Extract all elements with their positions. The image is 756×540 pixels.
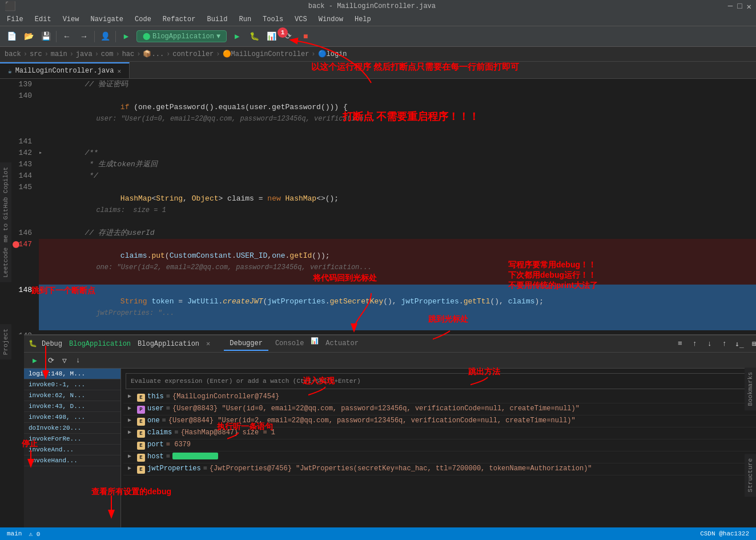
bc-src[interactable]: src: [30, 50, 42, 58]
tab-bar: ☕ MailLoginController.java ✕: [0, 62, 756, 79]
var-expand-jwt[interactable]: ▶: [128, 465, 135, 471]
var-row-claims[interactable]: ▶ E claims = {HashMap@8847} size = 1: [123, 427, 756, 439]
breadcrumb: back › src › main › java › com › hac › 📦…: [0, 47, 756, 62]
code-line-140: 140 if (one.getPassword().equals(user.ge…: [11, 90, 756, 136]
var-row-port[interactable]: ▶ E port = 6379: [123, 439, 756, 451]
stack-frame-3[interactable]: invoke:43, D...: [24, 401, 120, 412]
debug-title-icon: 🐛: [29, 339, 37, 348]
menu-vcs[interactable]: VCS: [290, 14, 312, 25]
menu-refactor[interactable]: Refactor: [158, 14, 200, 25]
menu-bar: File Edit View Navigate Code Refactor Bu…: [0, 13, 756, 26]
debug-tab-debugger[interactable]: Debugger: [224, 337, 268, 351]
bc-controller[interactable]: controller: [172, 50, 214, 58]
vcs-btn[interactable]: 👤: [98, 30, 112, 43]
stack-frame-1[interactable]: invoke0:-1, ...: [24, 379, 120, 390]
var-icon-port: E: [137, 442, 145, 450]
stack-frame-4[interactable]: invoke:498, ...: [24, 412, 120, 423]
sort-btn[interactable]: ↓: [72, 354, 85, 367]
bc-com[interactable]: com: [101, 50, 114, 58]
debug-download-btn[interactable]: ↓: [703, 338, 716, 350]
code-line-147: 147 claims.put(CustomConstant.USER_ID,on…: [11, 239, 756, 285]
debug-stack-panel: login:148, M... invoke0:-1, ... invoke:6…: [24, 369, 121, 540]
bc-back[interactable]: back: [5, 50, 21, 58]
stack-frame-2[interactable]: invoke:62, N...: [24, 390, 120, 401]
run-config-selector[interactable]: ⬤ BlogApplication ▼: [136, 30, 227, 42]
code-line-145: 145 HashMap<String, Object> claims = new…: [11, 182, 756, 227]
title-bar: ⬛ back - MailLoginController.java ─ □ ✕: [0, 0, 756, 13]
menu-run[interactable]: Run: [234, 14, 256, 25]
step-filter-btn[interactable]: ⟳: [45, 354, 57, 367]
sidebar-structure[interactable]: Structure: [745, 454, 756, 497]
run-start-btn[interactable]: ▶: [119, 30, 133, 43]
var-expand-one[interactable]: ▶: [128, 417, 135, 423]
status-csdn: CSDN @hac1322: [700, 530, 749, 537]
sidebar-project[interactable]: Project: [0, 324, 11, 359]
open-btn[interactable]: 📂: [22, 30, 35, 43]
actuator-icon: 📊: [311, 337, 319, 351]
menu-build[interactable]: Build: [202, 14, 232, 25]
var-expand-host[interactable]: ▶: [128, 453, 135, 459]
bc-ellipsis[interactable]: ...: [151, 50, 164, 58]
debug-btn[interactable]: 🐛: [247, 30, 261, 43]
stack-frame-0[interactable]: login:148, M...: [24, 369, 120, 379]
debug-tab-actuator[interactable]: Actuator: [320, 337, 364, 351]
tab-maillogincontroller[interactable]: ☕ MailLoginController.java ✕: [0, 62, 130, 78]
bc-main[interactable]: main: [51, 50, 67, 58]
code-line-146: 146 // 存进去的userId: [11, 227, 756, 239]
host-value-bar: [172, 453, 218, 459]
menu-view[interactable]: View: [58, 14, 84, 25]
menu-file[interactable]: File: [2, 14, 28, 25]
menu-edit[interactable]: Edit: [30, 14, 56, 25]
var-icon-jwt: E: [137, 466, 145, 474]
var-expand-user[interactable]: ▶: [128, 405, 135, 411]
expression-input[interactable]: Evaluate expression (Enter) or add a wat…: [126, 373, 756, 389]
debug-settings-btn[interactable]: ≡: [674, 338, 686, 350]
bc-java[interactable]: java: [76, 50, 93, 58]
forward-btn[interactable]: →: [77, 30, 91, 43]
tab-close-btn[interactable]: ✕: [117, 67, 121, 75]
new-file-btn[interactable]: 📄: [5, 30, 18, 43]
stack-frame-5[interactable]: doInvoke:20...: [24, 423, 120, 434]
minimize-btn[interactable]: ─: [728, 2, 733, 11]
stack-frame-6[interactable]: invokeForRe...: [24, 434, 120, 445]
back-btn[interactable]: ←: [60, 30, 74, 43]
debug-grid-btn[interactable]: ⊞: [748, 338, 756, 350]
code-line-148: 148 → String token = JwtUtil.createJWT(j…: [11, 285, 756, 330]
var-row-host[interactable]: ▶ E host =: [123, 451, 756, 463]
var-row-this[interactable]: ▶ E this = {MailLoginController@7454}: [123, 391, 756, 403]
menu-tools[interactable]: Tools: [258, 14, 288, 25]
var-expand-claims[interactable]: ▶: [128, 429, 135, 435]
debug-tab-console[interactable]: Console: [270, 337, 309, 351]
resume-btn[interactable]: ▶: [29, 354, 41, 367]
code-editor[interactable]: 139 // 验证密码 140 if (one.getPassword().eq…: [0, 79, 756, 334]
var-icon-one: E: [137, 418, 145, 426]
debug-restore-btn[interactable]: ↑: [689, 338, 701, 350]
menu-navigate[interactable]: Navigate: [86, 14, 128, 25]
stop-btn[interactable]: ■: [299, 30, 312, 43]
bc-class[interactable]: MailLoginController: [231, 50, 309, 58]
sidebar-leetcode[interactable]: Leetcode: [0, 243, 11, 282]
code-line-149: 149 System.out.println("token:"+token);: [11, 330, 756, 334]
menu-help[interactable]: Help: [350, 14, 376, 25]
bc-hac[interactable]: hac: [122, 50, 135, 58]
filter-btn[interactable]: ▽: [58, 354, 71, 367]
profile-btn[interactable]: 📊: [264, 30, 278, 43]
run-btn[interactable]: ▶: [230, 30, 244, 43]
var-row-user[interactable]: ▶ P user = {User@8843} "User(id=0, email…: [123, 403, 756, 415]
var-row-one[interactable]: ▶ E one = {User@8844} "User(id=2, email=…: [123, 415, 756, 427]
var-icon-user: P: [137, 406, 145, 414]
close-btn[interactable]: ✕: [747, 2, 751, 11]
stack-frame-7[interactable]: invokeAnd...: [24, 445, 120, 455]
sidebar-bookmarks[interactable]: Bookmarks: [745, 367, 756, 410]
var-row-jwt[interactable]: ▶ E jwtProperties = {JwtProperties@7456}…: [123, 463, 756, 475]
debug-step-btn[interactable]: ↑: [718, 338, 731, 350]
debug-cursor-btn[interactable]: ↓̲: [733, 338, 746, 350]
save-btn[interactable]: 💾: [39, 30, 53, 43]
stack-frame-8[interactable]: invokeHand...: [24, 455, 120, 466]
maximize-btn[interactable]: □: [737, 2, 742, 11]
var-expand-this[interactable]: ▶: [128, 393, 135, 399]
menu-window[interactable]: Window: [314, 14, 348, 25]
window-title: back - MailLoginController.java: [16, 2, 728, 10]
menu-code[interactable]: Code: [130, 14, 156, 25]
toolbar: 📄 📂 💾 ← → 👤 ▶ ⬤ BlogApplication ▼ 1 ▶ 🐛 …: [0, 26, 756, 47]
